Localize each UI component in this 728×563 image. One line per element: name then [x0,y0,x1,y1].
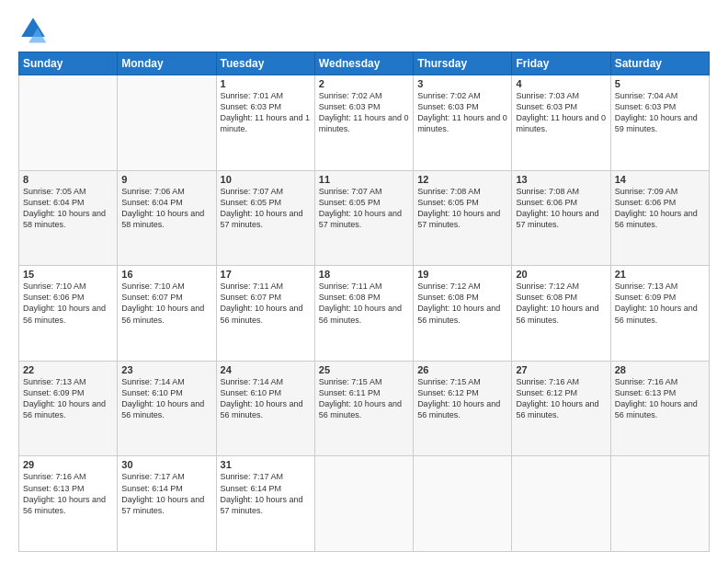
calendar-cell: 8Sunrise: 7:05 AMSunset: 6:04 PMDaylight… [19,170,118,266]
day-number: 15 [23,269,113,280]
day-info: Sunrise: 7:17 AMSunset: 6:14 PMDaylight:… [221,471,311,516]
calendar-cell: 10Sunrise: 7:07 AMSunset: 6:05 PMDayligh… [216,170,314,266]
day-number: 30 [121,459,211,470]
calendar-week-row: 29Sunrise: 7:16 AMSunset: 6:13 PMDayligh… [19,456,710,552]
day-info: Sunrise: 7:02 AMSunset: 6:03 PMDaylight:… [417,90,507,135]
day-info: Sunrise: 7:12 AMSunset: 6:08 PMDaylight:… [516,281,606,326]
calendar-cell: 3Sunrise: 7:02 AMSunset: 6:03 PMDaylight… [414,75,512,171]
calendar-cell: 15Sunrise: 7:10 AMSunset: 6:06 PMDayligh… [19,266,118,362]
calendar-cell: 27Sunrise: 7:16 AMSunset: 6:12 PMDayligh… [512,361,610,456]
day-number: 22 [23,364,113,375]
day-number: 11 [319,174,409,185]
day-info: Sunrise: 7:09 AMSunset: 6:06 PMDaylight:… [615,186,705,231]
day-info: Sunrise: 7:07 AMSunset: 6:05 PMDaylight:… [221,186,311,231]
calendar-cell [118,75,216,171]
calendar-cell: 30Sunrise: 7:17 AMSunset: 6:14 PMDayligh… [118,456,216,552]
day-number: 27 [516,364,606,375]
calendar-cell: 1Sunrise: 7:01 AMSunset: 6:03 PMDaylight… [216,75,314,171]
day-number: 16 [121,269,211,280]
calendar-cell: 25Sunrise: 7:15 AMSunset: 6:11 PMDayligh… [314,361,413,456]
calendar-cell [19,75,118,171]
logo-icon [18,15,48,44]
calendar-cell: 28Sunrise: 7:16 AMSunset: 6:13 PMDayligh… [610,361,709,456]
calendar-cell: 31Sunrise: 7:17 AMSunset: 6:14 PMDayligh… [216,456,314,552]
calendar-cell: 29Sunrise: 7:16 AMSunset: 6:13 PMDayligh… [19,456,118,552]
calendar-cell: 21Sunrise: 7:13 AMSunset: 6:09 PMDayligh… [610,266,709,362]
logo [18,15,51,44]
day-info: Sunrise: 7:12 AMSunset: 6:08 PMDaylight:… [417,281,507,326]
day-number: 26 [417,364,507,375]
day-info: Sunrise: 7:16 AMSunset: 6:12 PMDaylight:… [516,376,606,421]
day-number: 19 [417,269,507,280]
calendar-cell [610,456,709,552]
weekday-header: Sunday [19,52,118,75]
day-info: Sunrise: 7:10 AMSunset: 6:06 PMDaylight:… [23,281,113,326]
calendar-header-row: SundayMondayTuesdayWednesdayThursdayFrid… [19,52,710,75]
day-number: 13 [516,174,606,185]
day-number: 21 [615,269,705,280]
day-number: 29 [23,459,113,470]
calendar-cell: 12Sunrise: 7:08 AMSunset: 6:05 PMDayligh… [414,170,512,266]
calendar-week-row: 1Sunrise: 7:01 AMSunset: 6:03 PMDaylight… [19,75,710,171]
day-number: 31 [221,459,311,470]
day-number: 8 [23,174,113,185]
weekday-header: Tuesday [216,52,314,75]
day-info: Sunrise: 7:08 AMSunset: 6:06 PMDaylight:… [516,186,606,231]
day-info: Sunrise: 7:13 AMSunset: 6:09 PMDaylight:… [23,376,113,421]
day-number: 10 [221,174,311,185]
calendar-cell: 22Sunrise: 7:13 AMSunset: 6:09 PMDayligh… [19,361,118,456]
calendar-week-row: 15Sunrise: 7:10 AMSunset: 6:06 PMDayligh… [19,266,710,362]
calendar-cell: 11Sunrise: 7:07 AMSunset: 6:05 PMDayligh… [314,170,413,266]
day-number: 18 [319,269,409,280]
day-info: Sunrise: 7:11 AMSunset: 6:08 PMDaylight:… [319,281,409,326]
header [18,15,710,44]
calendar-cell [314,456,413,552]
day-info: Sunrise: 7:14 AMSunset: 6:10 PMDaylight:… [221,376,311,421]
day-info: Sunrise: 7:07 AMSunset: 6:05 PMDaylight:… [319,186,409,231]
day-number: 14 [615,174,705,185]
calendar-table: SundayMondayTuesdayWednesdayThursdayFrid… [18,52,710,552]
day-info: Sunrise: 7:15 AMSunset: 6:12 PMDaylight:… [417,376,507,421]
calendar-cell: 23Sunrise: 7:14 AMSunset: 6:10 PMDayligh… [118,361,216,456]
day-info: Sunrise: 7:05 AMSunset: 6:04 PMDaylight:… [23,186,113,231]
day-number: 12 [417,174,507,185]
day-info: Sunrise: 7:02 AMSunset: 6:03 PMDaylight:… [319,90,409,135]
day-info: Sunrise: 7:15 AMSunset: 6:11 PMDaylight:… [319,376,409,421]
calendar-cell: 9Sunrise: 7:06 AMSunset: 6:04 PMDaylight… [118,170,216,266]
calendar-cell: 16Sunrise: 7:10 AMSunset: 6:07 PMDayligh… [118,266,216,362]
weekday-header: Saturday [610,52,709,75]
calendar-cell: 2Sunrise: 7:02 AMSunset: 6:03 PMDaylight… [314,75,413,171]
calendar-week-row: 8Sunrise: 7:05 AMSunset: 6:04 PMDaylight… [19,170,710,266]
day-number: 5 [615,78,705,89]
calendar-cell [414,456,512,552]
weekday-header: Wednesday [314,52,413,75]
day-number: 2 [319,78,409,89]
calendar-cell: 18Sunrise: 7:11 AMSunset: 6:08 PMDayligh… [314,266,413,362]
day-info: Sunrise: 7:01 AMSunset: 6:03 PMDaylight:… [221,90,311,135]
day-number: 1 [221,78,311,89]
day-info: Sunrise: 7:03 AMSunset: 6:03 PMDaylight:… [516,90,606,135]
day-number: 3 [417,78,507,89]
calendar-cell: 17Sunrise: 7:11 AMSunset: 6:07 PMDayligh… [216,266,314,362]
day-number: 24 [221,364,311,375]
weekday-header: Thursday [414,52,512,75]
weekday-header: Friday [512,52,610,75]
day-info: Sunrise: 7:10 AMSunset: 6:07 PMDaylight:… [121,281,211,326]
day-number: 4 [516,78,606,89]
calendar-cell: 14Sunrise: 7:09 AMSunset: 6:06 PMDayligh… [610,170,709,266]
day-info: Sunrise: 7:14 AMSunset: 6:10 PMDaylight:… [121,376,211,421]
calendar-cell: 4Sunrise: 7:03 AMSunset: 6:03 PMDaylight… [512,75,610,171]
weekday-header: Monday [118,52,216,75]
calendar-cell: 20Sunrise: 7:12 AMSunset: 6:08 PMDayligh… [512,266,610,362]
calendar-cell: 19Sunrise: 7:12 AMSunset: 6:08 PMDayligh… [414,266,512,362]
day-number: 28 [615,364,705,375]
day-info: Sunrise: 7:17 AMSunset: 6:14 PMDaylight:… [121,471,211,516]
day-number: 23 [121,364,211,375]
page: SundayMondayTuesdayWednesdayThursdayFrid… [0,0,728,563]
calendar-cell: 26Sunrise: 7:15 AMSunset: 6:12 PMDayligh… [414,361,512,456]
calendar-cell: 5Sunrise: 7:04 AMSunset: 6:03 PMDaylight… [610,75,709,171]
day-number: 9 [121,174,211,185]
day-info: Sunrise: 7:08 AMSunset: 6:05 PMDaylight:… [417,186,507,231]
calendar-cell: 24Sunrise: 7:14 AMSunset: 6:10 PMDayligh… [216,361,314,456]
calendar-cell [512,456,610,552]
